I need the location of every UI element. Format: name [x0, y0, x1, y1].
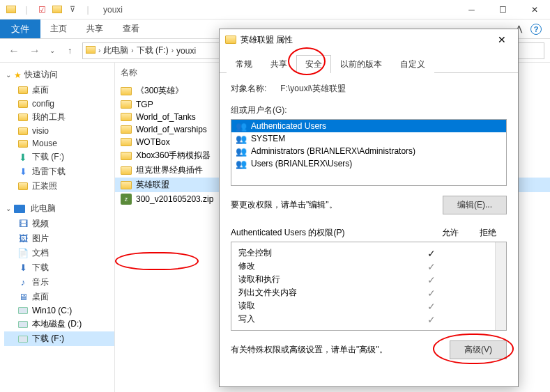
sidebar-item-label: Win10 (C:)	[32, 306, 72, 315]
library-icon: 🎞	[18, 219, 28, 229]
user-row[interactable]: 👥Administrators (BRIANLERX\Administrator…	[231, 145, 506, 157]
file-name: World_of_Tanks	[136, 112, 196, 122]
tab-previous-versions[interactable]: 以前的版本	[331, 55, 391, 73]
sidebar-item[interactable]: 我的工具	[4, 110, 114, 125]
allow-check-icon: ✓	[413, 248, 450, 259]
permission-label: 读取和执行	[238, 274, 413, 285]
back-button[interactable]: ←	[6, 42, 22, 59]
users-icon: 👥	[236, 159, 247, 168]
sidebar-item-label: 我的工具	[32, 111, 66, 123]
ribbon-tab-view[interactable]: 查看	[113, 19, 149, 38]
user-row[interactable]: 👥Users (BRIANLERX\Users)	[231, 157, 506, 170]
permission-row: 完全控制✓	[238, 246, 488, 260]
folder-icon	[86, 46, 96, 56]
checkbox-icon[interactable]: ☑	[36, 4, 47, 15]
sidebar-item[interactable]: visio	[4, 125, 114, 137]
file-name: World_of_warships	[136, 125, 207, 134]
user-row[interactable]: 👥Authenticated Users	[231, 120, 506, 132]
permission-label: 读取	[238, 300, 413, 312]
this-pc-header[interactable]: ⌄ 此电脑	[4, 201, 114, 217]
tab-share[interactable]: 共享	[261, 55, 296, 73]
forward-button[interactable]: →	[26, 42, 43, 59]
allow-check-icon: ✓	[413, 301, 450, 312]
tab-customize[interactable]: 自定义	[391, 55, 434, 73]
quick-access-header[interactable]: ⌄ ★ 快速访问	[4, 67, 114, 83]
scrollbar[interactable]	[495, 242, 506, 330]
dialog-close-button[interactable]: ✕	[491, 32, 512, 47]
sidebar-item[interactable]: 🖥桌面	[4, 290, 114, 304]
permission-row: 修改✓	[238, 260, 488, 273]
sidebar-item-xunlei[interactable]: ⬇迅雷下载	[4, 164, 114, 179]
sidebar-disk[interactable]: Win10 (C:)	[4, 304, 114, 317]
breadcrumb[interactable]: 下载 (F:)	[137, 45, 169, 56]
sidebar-disk[interactable]: 本地磁盘 (D:)	[4, 317, 114, 331]
chevron-down-icon: ⌄	[6, 205, 11, 212]
sidebar-item[interactable]: ⬇下载	[4, 260, 114, 275]
star-icon: ★	[14, 70, 22, 80]
user-name: Administrators (BRIANLERX\Administrators…	[251, 146, 415, 156]
sidebar-item-label: 桌面	[32, 84, 49, 96]
sidebar-item-label: 下载	[32, 262, 49, 274]
tab-security[interactable]: 安全	[296, 55, 331, 73]
quick-access-toolbar: | ☑ ⊽ |	[6, 4, 93, 15]
sidebar-item[interactable]: 📄文档	[4, 246, 114, 260]
zip-icon: z	[121, 194, 132, 205]
sidebar-item[interactable]: 🎞视频	[4, 217, 114, 231]
folder-icon	[6, 4, 17, 15]
permissions-header: Authenticated Users 的权限(P) 允许 拒绝	[231, 227, 507, 239]
file-name: WOTBox	[136, 137, 170, 147]
tab-general[interactable]: 常规	[227, 55, 261, 73]
library-icon: ♪	[18, 278, 28, 288]
user-list[interactable]: 👥Authenticated Users👥SYSTEM👥Administrato…	[231, 119, 507, 186]
chevron-right-icon[interactable]: ›	[131, 47, 133, 54]
xunlei-icon: ⬇	[18, 167, 28, 177]
sidebar-disk[interactable]: 下载 (F:)	[4, 331, 114, 346]
dialog-body: 对象名称: F:\youxi\英雄联盟 组或用户名(G): 👥Authentic…	[220, 73, 518, 369]
sidebar-item[interactable]: 🖼图片	[4, 231, 114, 246]
allow-check-icon: ✓	[413, 261, 450, 272]
ribbon-tab-home[interactable]: 主页	[40, 19, 77, 38]
permission-row: 读取✓	[238, 299, 488, 313]
file-name: 300_v201605203.zip	[136, 194, 213, 204]
sidebar-item-zhengsou[interactable]: 正装照	[4, 179, 114, 194]
sidebar-item-label: Mouse	[32, 139, 57, 148]
close-button[interactable]: ✕	[519, 0, 550, 19]
edit-button[interactable]: 编辑(E)...	[443, 196, 507, 214]
navigation-sidebar: ⌄ ★ 快速访问 桌面config我的工具visioMouse ⬇下载 (F:)…	[0, 63, 115, 392]
dialog-title-text: 英雄联盟 属性	[240, 34, 293, 46]
allow-check-icon: ✓	[413, 288, 450, 299]
file-name: Xbox360手柄模拟器	[136, 150, 211, 162]
sidebar-item[interactable]: 桌面	[4, 83, 114, 97]
breadcrumb[interactable]: youxi	[176, 46, 196, 56]
chevron-right-icon[interactable]: ›	[98, 47, 100, 54]
allow-check-icon: ✓	[413, 274, 450, 285]
disk-icon	[18, 336, 28, 343]
help-icon[interactable]: ⋀ ?	[522, 19, 550, 38]
folder-icon	[121, 113, 132, 121]
sidebar-item-label: 视频	[32, 218, 49, 230]
folder-icon[interactable]	[52, 4, 63, 15]
overflow-icon[interactable]: ⊽	[67, 4, 78, 15]
sidebar-item-label: 图片	[32, 233, 49, 244]
permission-row: 读取和执行✓	[238, 273, 488, 286]
window-titlebar: | ☑ ⊽ | youxi ─ ☐ ✕	[0, 0, 550, 19]
folder-icon	[18, 182, 28, 190]
folder-icon	[121, 181, 132, 189]
folder-icon	[225, 36, 236, 44]
sidebar-item[interactable]: ♪音乐	[4, 275, 114, 290]
sidebar-item[interactable]: config	[4, 97, 114, 110]
user-row[interactable]: 👥SYSTEM	[231, 132, 506, 145]
chevron-right-icon[interactable]: ›	[171, 47, 174, 54]
up-button[interactable]: ↑	[61, 42, 78, 59]
ribbon-tab-share[interactable]: 共享	[77, 19, 113, 38]
history-dropdown[interactable]: ⌄	[47, 47, 57, 54]
library-icon: 🖼	[18, 234, 28, 244]
file-tab[interactable]: 文件	[0, 19, 40, 38]
maximize-button[interactable]: ☐	[487, 0, 519, 19]
minimize-button[interactable]: ─	[456, 0, 487, 19]
sidebar-item-downloads-f[interactable]: ⬇下载 (F:)	[4, 150, 114, 164]
sidebar-item[interactable]: Mouse	[4, 137, 114, 150]
object-name-value: F:\youxi\英雄联盟	[280, 83, 345, 95]
advanced-button[interactable]: 高级(V)	[450, 340, 507, 359]
breadcrumb[interactable]: 此电脑	[103, 45, 128, 56]
